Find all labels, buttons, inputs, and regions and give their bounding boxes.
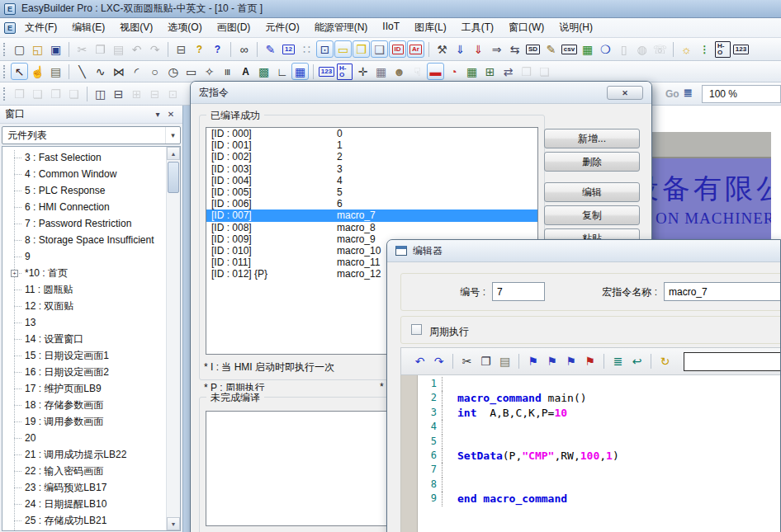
download-stop-icon[interactable]: ⇓: [470, 40, 487, 58]
bookmark-prev-icon[interactable]: ⚑: [562, 353, 580, 370]
tree-item[interactable]: 18 : 存储参数画面: [2, 397, 166, 413]
sd-card-icon[interactable]: SD: [524, 40, 542, 58]
freeform-icon[interactable]: ⋈: [110, 63, 127, 80]
macro-compile-icon[interactable]: ↻: [656, 353, 674, 370]
bookmark-clear-icon[interactable]: ⚑: [581, 353, 599, 370]
code-line[interactable]: 5: [418, 435, 780, 449]
menu-item[interactable]: 工具(T): [454, 18, 501, 37]
tree-item[interactable]: 16 : 日期设定画面2: [2, 364, 166, 380]
tip-icon[interactable]: ☼: [678, 40, 695, 58]
grid-table-icon[interactable]: ▦: [291, 63, 309, 80]
copy-icon[interactable]: ❐: [92, 40, 109, 58]
expand-plus-icon[interactable]: +: [11, 270, 18, 277]
toolbar-grip[interactable]: [3, 87, 7, 101]
pie-icon[interactable]: ◷: [164, 63, 182, 80]
text-icon[interactable]: A: [237, 63, 254, 80]
tree-item[interactable]: 15 : 日期设定画面1: [2, 347, 166, 364]
address-display-icon[interactable]: Ar: [407, 40, 424, 58]
menu-item[interactable]: 图库(L): [407, 18, 454, 37]
delete-button[interactable]: 删除: [544, 152, 640, 172]
csv-icon[interactable]: csv: [561, 40, 578, 58]
menu-item[interactable]: 选项(O): [160, 18, 209, 37]
recipe-table-icon[interactable]: ▦: [463, 63, 480, 80]
align-right-icon[interactable]: ⊡: [164, 85, 182, 102]
tree-item[interactable]: 24 : 日期提醒LB10: [2, 496, 166, 512]
cut-icon[interactable]: ✂: [73, 40, 91, 58]
macro-id-field[interactable]: [492, 282, 545, 301]
zoom-level-combo[interactable]: 100 %: [702, 85, 781, 103]
layered-window-icon[interactable]: ❒: [353, 40, 370, 58]
close-icon[interactable]: ✕: [607, 86, 643, 100]
pen-edit-icon[interactable]: ✎: [262, 40, 279, 58]
window-snap-icon[interactable]: ⊡: [316, 40, 334, 58]
menu-item[interactable]: 编辑(E): [64, 18, 112, 37]
macro-list-row[interactable]: [ID : 005]5: [206, 186, 537, 198]
code-line[interactable]: 7: [418, 463, 780, 477]
macro-search-input[interactable]: [684, 352, 781, 371]
polygon-icon[interactable]: ✧: [201, 63, 218, 80]
select-cursor-icon[interactable]: ↖: [11, 63, 28, 80]
ascii-object-icon[interactable]: H-O: [336, 63, 353, 80]
periodic-checkbox[interactable]: [411, 324, 422, 335]
scroll-thumb[interactable]: [168, 162, 179, 193]
toolbar-grip[interactable]: [3, 43, 7, 56]
align-left-icon[interactable]: ⊞: [128, 85, 145, 102]
menu-item[interactable]: IIoT: [375, 18, 407, 37]
scroll-down-icon[interactable]: ▼: [167, 517, 180, 530]
context-help-icon[interactable]: ?: [209, 40, 226, 58]
number-state-icon[interactable]: 123: [732, 40, 750, 58]
menu-item[interactable]: 说明(H): [551, 18, 600, 37]
panel-menu-icon[interactable]: ▾: [151, 110, 164, 119]
scheduler-icon[interactable]: ⊞: [481, 63, 499, 80]
toolbar-grip[interactable]: [3, 65, 7, 78]
edit-data-icon[interactable]: ✎: [542, 40, 560, 58]
arc-icon[interactable]: ◜: [128, 63, 145, 80]
tree-item[interactable]: 11 : 圆瓶贴: [2, 281, 166, 298]
macro-list-row[interactable]: [ID : 003]3: [206, 163, 537, 175]
undo-icon[interactable]: ↶: [128, 40, 145, 58]
help-icon[interactable]: ?: [191, 40, 208, 58]
tree-item[interactable]: +*10 : 首页: [2, 265, 166, 281]
macro-list-row[interactable]: [ID : 007]macro_7: [206, 210, 537, 221]
user-icon[interactable]: ☻: [390, 63, 408, 80]
menu-item[interactable]: 元件(O): [258, 18, 306, 37]
code-line[interactable]: 9end macro_command: [418, 492, 780, 506]
macro-list-row[interactable]: [ID : 000]0: [206, 128, 537, 139]
tree-item[interactable]: 21 : 调用成功提示LB22: [2, 446, 166, 463]
code-line[interactable]: 6SetData(P,"CMP",RW,100,1): [418, 449, 780, 463]
paste-icon[interactable]: ▤: [110, 40, 127, 58]
macro-dialog-titlebar[interactable]: 宏指令: [191, 82, 651, 104]
stack-back-icon[interactable]: ❏: [65, 85, 83, 102]
id-display-icon[interactable]: ID: [389, 40, 406, 58]
tree-item[interactable]: 12 : 双面贴: [2, 298, 166, 314]
find-window-icon[interactable]: ∞: [235, 40, 253, 58]
redo-icon[interactable]: ↷: [146, 40, 163, 58]
stack-front-icon[interactable]: ❒: [47, 85, 64, 102]
panel-header[interactable]: 窗口 ▾ ✕: [0, 106, 182, 124]
corner-icon[interactable]: ∟: [273, 63, 291, 80]
group-icon[interactable]: ❒: [11, 85, 28, 102]
macro-list-row[interactable]: [ID : 001]1: [206, 139, 537, 151]
macro-list-row[interactable]: [ID : 008]macro_8: [206, 222, 537, 233]
tree-item[interactable]: 25 : 存储成功LB21: [2, 512, 166, 529]
phone-icon[interactable]: ☏: [651, 40, 669, 58]
open-folder-icon[interactable]: ◱: [29, 40, 46, 58]
data-transfer-icon[interactable]: ⇄: [499, 63, 517, 80]
new-icon[interactable]: ▢: [11, 40, 28, 58]
tree-item[interactable]: 17 : 维护页面LB9: [2, 380, 166, 397]
compile-icon[interactable]: ⚒: [433, 40, 451, 58]
hand-tool-icon[interactable]: ☝: [29, 63, 46, 80]
group-copy-icon[interactable]: ❏: [536, 63, 553, 80]
backup-icon[interactable]: ❒: [518, 63, 535, 80]
datetime-icon[interactable]: 12: [280, 40, 297, 58]
download-icon[interactable]: ⇓: [452, 40, 469, 58]
editor-dialog-titlebar[interactable]: 编辑器: [387, 240, 780, 262]
tree-item[interactable]: 26: [2, 529, 166, 531]
align-middle-icon[interactable]: ⊟: [146, 85, 163, 102]
code-line[interactable]: 2macro_command main(): [418, 391, 780, 405]
code-line[interactable]: 1: [418, 377, 780, 391]
move-object-icon[interactable]: ✛: [354, 63, 372, 80]
numeric-object-icon[interactable]: 123: [318, 63, 335, 80]
code-line[interactable]: 4: [418, 420, 780, 434]
hmi-canvas-band[interactable]: [652, 132, 771, 158]
